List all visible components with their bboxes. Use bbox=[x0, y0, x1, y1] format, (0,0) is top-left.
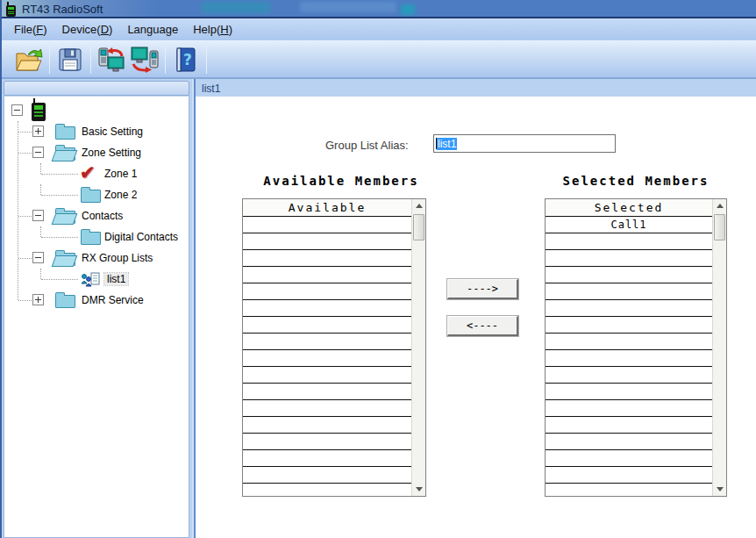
member-row[interactable] bbox=[546, 450, 712, 467]
member-row[interactable] bbox=[546, 417, 712, 434]
group-list-editor: Group List Alias: list1 Available Member… bbox=[196, 97, 756, 538]
member-row[interactable] bbox=[243, 217, 411, 233]
member-row[interactable] bbox=[243, 267, 411, 283]
available-members-list[interactable]: Available bbox=[242, 198, 426, 497]
toolbar-separator bbox=[49, 46, 50, 74]
tree-item-zone-2[interactable]: Zone 2 bbox=[4, 184, 189, 205]
expand-icon[interactable] bbox=[32, 126, 44, 137]
help-button[interactable]: ? bbox=[169, 44, 203, 75]
member-row[interactable] bbox=[243, 350, 411, 367]
tree-item-dmr-service[interactable]: DMR Service bbox=[4, 290, 189, 311]
member-row[interactable] bbox=[546, 267, 712, 283]
member-row[interactable] bbox=[243, 334, 411, 350]
member-row[interactable] bbox=[546, 350, 712, 367]
member-row[interactable] bbox=[243, 233, 411, 250]
scrollbar-thumb[interactable] bbox=[413, 214, 424, 240]
selected-members-list[interactable]: Selected Call1 bbox=[545, 198, 727, 497]
selected-scrollbar[interactable] bbox=[712, 199, 726, 496]
member-row[interactable] bbox=[243, 300, 411, 317]
member-row[interactable] bbox=[546, 317, 712, 334]
scroll-down-icon[interactable] bbox=[412, 483, 426, 496]
expand-icon[interactable] bbox=[32, 294, 44, 305]
menu-language[interactable]: Language bbox=[127, 23, 178, 36]
collapse-icon[interactable] bbox=[32, 252, 44, 263]
tab-list1[interactable]: list1 bbox=[202, 82, 220, 95]
folder-icon bbox=[55, 295, 75, 308]
scroll-down-icon[interactable] bbox=[713, 483, 727, 496]
folder-open-icon bbox=[55, 211, 75, 224]
menu-help[interactable]: Help(H) bbox=[193, 23, 232, 36]
tree-item-zone-1[interactable]: ✔Zone 1 bbox=[4, 163, 189, 184]
write-to-radio-icon bbox=[130, 46, 160, 74]
background-window-artifact bbox=[202, 2, 270, 13]
member-row[interactable] bbox=[243, 367, 411, 384]
member-row[interactable] bbox=[243, 283, 411, 300]
collapse-icon[interactable] bbox=[32, 147, 44, 158]
tree-item-radio-root[interactable] bbox=[4, 98, 189, 121]
read-from-radio-button[interactable] bbox=[95, 44, 128, 75]
member-row[interactable] bbox=[243, 450, 411, 467]
background-window-artifact bbox=[300, 2, 396, 12]
app-window: RT43 RadioSoft File(F) Device(D) Languag… bbox=[0, 0, 756, 538]
folder-icon bbox=[81, 190, 101, 203]
member-row[interactable] bbox=[243, 250, 411, 267]
available-rows bbox=[243, 217, 411, 496]
radio-device-icon bbox=[32, 98, 46, 121]
member-row[interactable] bbox=[243, 384, 411, 400]
scroll-up-icon[interactable] bbox=[713, 199, 727, 212]
member-row[interactable] bbox=[243, 417, 411, 434]
member-row[interactable] bbox=[243, 434, 411, 450]
selected-column-header: Selected bbox=[546, 199, 712, 217]
scrollbar-thumb[interactable] bbox=[714, 214, 725, 240]
member-row[interactable] bbox=[546, 434, 712, 450]
tree-item-list1[interactable]: list1 bbox=[4, 269, 189, 290]
scroll-up-icon[interactable] bbox=[412, 199, 426, 212]
save-button[interactable] bbox=[53, 44, 87, 75]
member-row[interactable] bbox=[243, 467, 411, 484]
menu-file[interactable]: File(F) bbox=[14, 23, 47, 36]
write-to-radio-button[interactable] bbox=[128, 44, 161, 75]
tree-item-digital-contacts[interactable]: Digital Contacts bbox=[4, 226, 189, 247]
tree-item-rx-group-lists[interactable]: RX Group Lists bbox=[4, 247, 189, 269]
tree-item-label: DMR Service bbox=[82, 294, 144, 306]
member-row[interactable] bbox=[546, 300, 712, 317]
member-row[interactable] bbox=[546, 334, 712, 350]
group-list-icon bbox=[81, 272, 100, 287]
member-row[interactable] bbox=[243, 484, 411, 496]
tree-item-zone-setting[interactable]: Zone Setting bbox=[4, 142, 189, 163]
member-row[interactable] bbox=[546, 400, 712, 417]
member-row[interactable] bbox=[546, 233, 712, 250]
member-row[interactable] bbox=[546, 367, 712, 384]
tree-item-basic-setting[interactable]: Basic Setting bbox=[4, 121, 189, 142]
tree-item-contacts[interactable]: Contacts bbox=[4, 205, 189, 226]
collapse-icon[interactable] bbox=[11, 104, 23, 116]
open-file-button[interactable] bbox=[12, 44, 46, 75]
save-icon bbox=[57, 47, 83, 73]
member-row[interactable] bbox=[546, 283, 712, 300]
group-list-alias-input[interactable]: list1 bbox=[433, 134, 616, 153]
add-to-selected-button[interactable]: ----> bbox=[447, 279, 518, 299]
tree-item-label: Zone 1 bbox=[104, 168, 137, 180]
tree-item-label: Basic Setting bbox=[82, 126, 143, 138]
folder-icon bbox=[55, 126, 75, 140]
member-row[interactable] bbox=[546, 384, 712, 400]
menu-device[interactable]: Device(D) bbox=[62, 23, 113, 36]
available-scrollbar[interactable] bbox=[411, 199, 425, 496]
toolbar: ? bbox=[2, 40, 756, 79]
tree-panel-header bbox=[4, 81, 189, 96]
member-row[interactable] bbox=[243, 400, 411, 417]
member-row[interactable] bbox=[243, 317, 411, 334]
member-row[interactable] bbox=[546, 484, 712, 496]
collapse-icon[interactable] bbox=[32, 210, 44, 221]
open-file-icon bbox=[15, 47, 43, 73]
member-row[interactable] bbox=[546, 467, 712, 484]
read-from-radio-icon bbox=[97, 46, 125, 74]
svg-text:?: ? bbox=[183, 51, 192, 68]
content-area: Basic SettingZone Setting✔Zone 1Zone 2Co… bbox=[2, 79, 756, 538]
remove-from-selected-button[interactable]: <---- bbox=[447, 316, 518, 336]
member-row[interactable]: Call1 bbox=[546, 217, 712, 233]
member-row[interactable] bbox=[546, 250, 712, 267]
selected-text: list1 bbox=[437, 138, 457, 150]
available-column-header: Available bbox=[243, 199, 411, 217]
group-list-alias-label: Group List Alias: bbox=[325, 139, 439, 152]
